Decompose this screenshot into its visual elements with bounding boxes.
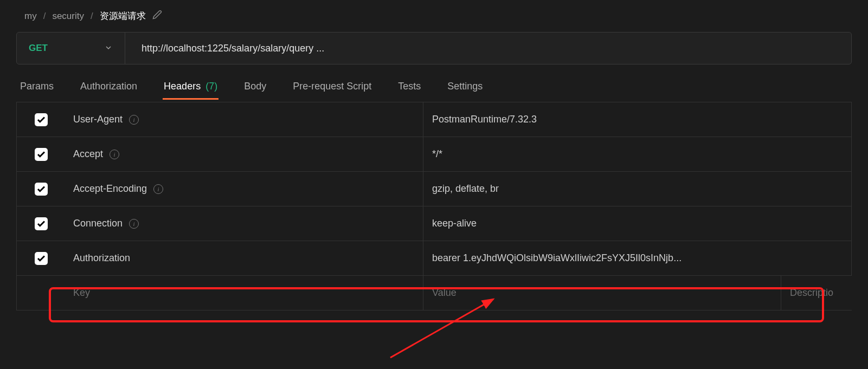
checkbox[interactable] — [35, 113, 48, 126]
tab-params[interactable]: Params — [19, 75, 55, 100]
header-value-cell[interactable]: keep-alive — [423, 206, 852, 241]
header-key: Accept — [73, 148, 103, 160]
value-input-placeholder[interactable]: Value — [423, 276, 781, 310]
breadcrumb: my / security / 资源端请求 — [0, 0, 868, 32]
checkbox[interactable] — [35, 252, 48, 265]
tab-body[interactable]: Body — [243, 75, 267, 100]
checkbox-cell — [17, 113, 66, 126]
info-icon[interactable]: i — [153, 184, 163, 194]
method-label: GET — [29, 43, 48, 54]
header-value-cell[interactable]: bearer 1.eyJhdWQiOlsibW9iaWxlIiwic2FsYXJ… — [423, 241, 852, 275]
breadcrumb-item[interactable]: my — [24, 11, 37, 22]
checkbox-cell — [17, 183, 66, 196]
header-key-cell[interactable]: Accept-Encodingi — [66, 172, 423, 206]
tab-headers-label: Headers — [164, 81, 201, 92]
header-key: Connection — [73, 218, 123, 229]
tab-settings[interactable]: Settings — [446, 75, 484, 100]
tab-authorization[interactable]: Authorization — [79, 75, 138, 100]
checkbox[interactable] — [35, 148, 48, 161]
pencil-icon[interactable] — [152, 10, 162, 22]
tab-headers-count: (7) — [205, 81, 217, 92]
header-key: User-Agent — [73, 114, 123, 125]
header-key-cell[interactable]: Accepti — [66, 137, 423, 171]
header-row: Authorizationbearer 1.eyJhdWQiOlsibW9iaW… — [17, 241, 852, 276]
tab-headers[interactable]: Headers (7) — [163, 75, 218, 100]
checkbox-cell — [17, 217, 66, 230]
chevron-down-icon — [104, 43, 113, 54]
header-value-cell[interactable]: PostmanRuntime/7.32.3 — [423, 102, 852, 137]
header-row: Accepti*/* — [17, 137, 852, 172]
info-icon[interactable]: i — [129, 115, 139, 125]
url-input[interactable] — [125, 33, 851, 64]
header-row: Connectionikeep-alive — [17, 206, 852, 241]
header-key-cell[interactable]: User-Agenti — [66, 102, 423, 137]
header-key: Authorization — [73, 253, 130, 264]
checkbox-cell — [17, 148, 66, 161]
breadcrumb-separator: / — [91, 11, 93, 22]
url-bar: GET — [16, 32, 852, 64]
header-value-cell[interactable]: gzip, deflate, br — [423, 172, 852, 206]
info-icon[interactable]: i — [129, 219, 139, 229]
checkbox[interactable] — [35, 183, 48, 196]
headers-new-row[interactable]: Key Value Descriptio — [17, 276, 852, 310]
checkbox-cell — [17, 252, 66, 265]
breadcrumb-separator: / — [43, 11, 46, 22]
header-key: Accept-Encoding — [73, 183, 147, 195]
header-value-cell[interactable]: */* — [423, 137, 852, 171]
headers-table: User-AgentiPostmanRuntime/7.32.3Accepti*… — [16, 102, 852, 310]
tab-tests[interactable]: Tests — [397, 75, 422, 100]
checkbox[interactable] — [35, 217, 48, 230]
info-icon[interactable]: i — [110, 150, 119, 159]
key-input-placeholder[interactable]: Key — [66, 276, 423, 310]
header-key-cell[interactable]: Connectioni — [66, 206, 423, 241]
header-row: Accept-Encodingigzip, deflate, br — [17, 172, 852, 206]
header-key-cell[interactable]: Authorization — [66, 241, 423, 275]
request-tabs: Params Authorization Headers (7) Body Pr… — [0, 75, 868, 100]
method-dropdown[interactable]: GET — [17, 33, 125, 64]
breadcrumb-item[interactable]: security — [52, 11, 84, 22]
header-row: User-AgentiPostmanRuntime/7.32.3 — [17, 102, 852, 137]
tab-pre-request-script[interactable]: Pre-request Script — [292, 75, 372, 100]
description-input-placeholder[interactable]: Descriptio — [781, 276, 852, 310]
breadcrumb-current[interactable]: 资源端请求 — [100, 10, 146, 22]
